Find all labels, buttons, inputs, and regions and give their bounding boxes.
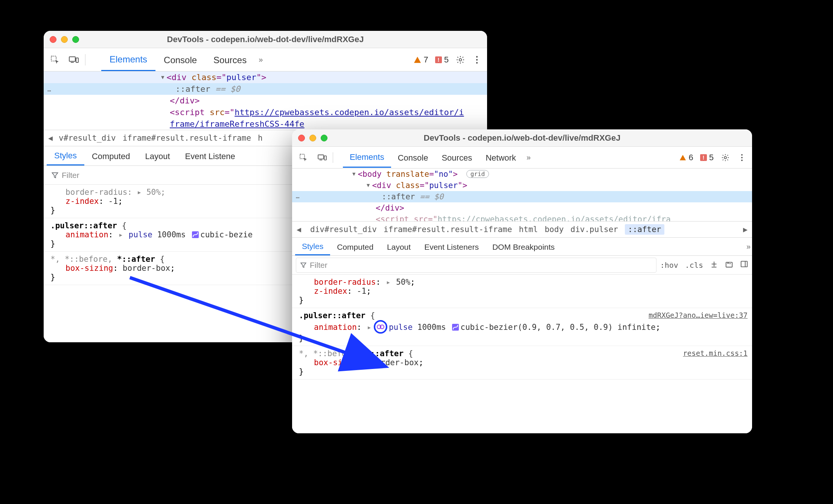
subtab-layout[interactable]: Layout — [137, 147, 177, 165]
tab-console[interactable]: Console — [155, 49, 205, 71]
prop-name: z-index — [314, 287, 347, 296]
dom-node-div-open[interactable]: ▼<div class="pulser"> — [292, 180, 752, 191]
dom-tree[interactable]: ▼<body translate="no"> grid ▼<div class=… — [292, 169, 752, 221]
animation-editor-icon[interactable] — [374, 320, 387, 334]
style-decl[interactable]: box-sizing: border-box; — [299, 358, 746, 367]
titlebar[interactable]: DevTools - codepen.io/web-dot-dev/live/m… — [44, 31, 487, 48]
tab-console[interactable]: Console — [391, 148, 435, 167]
dom-node-after-pseudo[interactable]: ::after == $0 — [292, 191, 752, 202]
dom-node-script-cropped[interactable]: <script src="https://cpwebassets.codepen… — [292, 214, 752, 221]
filter-input[interactable]: Filter — [296, 258, 656, 273]
svg-rect-1 — [69, 57, 75, 61]
new-rule-icon[interactable] — [710, 260, 718, 270]
dom-node-div-close[interactable]: </div> — [292, 202, 752, 214]
dom-node-body[interactable]: ▼<body translate="no"> grid — [292, 169, 752, 180]
inspect-icon[interactable] — [297, 152, 309, 163]
tab-elements[interactable]: Elements — [343, 147, 391, 168]
bezier-swatch-icon[interactable] — [452, 324, 459, 331]
dom-node-script[interactable]: <script src="https://cpwebassets.codepen… — [44, 106, 487, 118]
breadcrumb-item[interactable]: v#result_div — [59, 134, 116, 143]
expander-icon[interactable]: ▼ — [161, 74, 164, 80]
zoom-icon[interactable] — [321, 135, 327, 141]
breadcrumb-item[interactable]: html — [519, 225, 538, 234]
subtab-computed[interactable]: Computed — [330, 238, 380, 255]
style-decl[interactable]: z-index: -1; — [299, 287, 746, 296]
subtabs-overflow-icon[interactable]: » — [746, 242, 749, 251]
subtab-event-listeners[interactable]: Event Listeners — [417, 238, 486, 255]
main-tabs: Elements Console Sources » — [101, 48, 261, 71]
sidebar-toggle-icon[interactable] — [740, 260, 748, 270]
styles-pane[interactable]: border-radius: ▶ 50%; z-index: -1; } mdR… — [292, 275, 752, 433]
source-link[interactable]: reset.min.css:1 — [683, 349, 748, 357]
warnings-badge[interactable]: 6 — [679, 153, 693, 162]
tabs-overflow-icon[interactable]: » — [259, 55, 261, 64]
dom-node-after-pseudo[interactable]: ::after == $0 — [44, 83, 487, 95]
more-icon[interactable] — [472, 55, 482, 65]
svg-rect-11 — [324, 156, 326, 160]
script-url-line1[interactable]: https://cpwebassets.codepen.io/assets/ed… — [235, 108, 464, 117]
zoom-icon[interactable] — [72, 36, 79, 43]
expander-icon[interactable]: ▶ — [368, 325, 371, 330]
gutter-menu-icon[interactable]: … — [294, 192, 301, 200]
tab-sources[interactable]: Sources — [205, 49, 255, 71]
subtab-dom-breakpoints[interactable]: DOM Breakpoints — [486, 238, 562, 255]
breadcrumb-item[interactable]: iframe#result.result-iframe — [123, 134, 251, 143]
tabs-overflow-icon[interactable]: » — [527, 153, 529, 162]
window-title: DevTools - codepen.io/web-dot-dev/live/m… — [167, 35, 364, 44]
breadcrumb-item[interactable]: h — [258, 134, 263, 143]
breadcrumb[interactable]: ◀ div#result_div iframe#result.result-if… — [292, 221, 752, 238]
grid-badge[interactable]: grid — [466, 170, 489, 178]
breadcrumb-item-active[interactable]: ::after — [625, 224, 664, 235]
more-icon[interactable] — [737, 153, 747, 162]
expander-icon[interactable]: ▶ — [387, 279, 390, 285]
close-icon[interactable] — [50, 36, 56, 43]
close-icon[interactable] — [298, 135, 305, 141]
errors-badge[interactable]: ! 5 — [700, 153, 714, 162]
expander-icon[interactable]: ▶ — [119, 232, 122, 238]
svg-point-15 — [741, 159, 743, 161]
titlebar[interactable]: DevTools - codepen.io/web-dot-dev/live/m… — [292, 129, 752, 147]
source-link[interactable]: mdRXGeJ?ano…iew=live:37 — [649, 311, 748, 319]
errors-badge[interactable]: ! 5 — [435, 55, 449, 65]
script-url-line2[interactable]: frame/iframeRefreshCSS-44fe — [170, 119, 305, 129]
warnings-badge[interactable]: 7 — [413, 55, 428, 65]
style-decl[interactable]: border-radius: ▶ 50%; — [299, 278, 746, 287]
svg-point-13 — [741, 154, 743, 155]
breadcrumb-item[interactable]: body — [545, 225, 564, 234]
expander-icon[interactable]: ▼ — [367, 182, 370, 188]
hov-toggle[interactable]: :hov — [660, 261, 678, 270]
breadcrumb-right-icon[interactable]: ▶ — [741, 225, 750, 234]
style-selector[interactable]: *, *::before, *::after { — [299, 349, 746, 358]
style-decl-animation[interactable]: animation: ▶ pulse 1000ms cubic-bezier(0… — [299, 320, 746, 334]
dom-tree[interactable]: ▼<div class="pulser"> ::after == $0 … </… — [44, 71, 487, 130]
dom-node-div-close[interactable]: </div> — [44, 95, 487, 106]
tab-network[interactable]: Network — [479, 148, 523, 167]
minimize-icon[interactable] — [309, 135, 316, 141]
gutter-menu-icon[interactable]: … — [46, 85, 53, 94]
settings-icon[interactable] — [455, 55, 465, 65]
breadcrumb-item[interactable]: div#result_div — [310, 225, 377, 234]
breadcrumb-item[interactable]: iframe#result.result-iframe — [384, 225, 512, 234]
filter-placeholder: Filter — [62, 171, 79, 180]
settings-icon[interactable] — [720, 153, 730, 162]
device-icon[interactable] — [316, 152, 328, 163]
breadcrumb-left-icon[interactable]: ◀ — [294, 225, 303, 234]
breadcrumb-item[interactable]: div.pulser — [571, 225, 618, 234]
device-icon[interactable] — [68, 55, 80, 65]
bezier-swatch-icon[interactable] — [192, 231, 199, 238]
subtab-styles[interactable]: Styles — [47, 146, 84, 165]
minimize-icon[interactable] — [61, 36, 68, 43]
subtab-computed[interactable]: Computed — [84, 147, 138, 165]
dom-node-script-line2[interactable]: frame/iframeRefreshCSS-44fe — [44, 118, 487, 130]
subtab-styles[interactable]: Styles — [295, 238, 330, 255]
tab-elements[interactable]: Elements — [101, 48, 155, 71]
cls-toggle[interactable]: .cls — [685, 261, 703, 270]
tab-sources[interactable]: Sources — [435, 148, 479, 167]
subtab-event-listeners[interactable]: Event Listene — [178, 147, 243, 165]
computed-styles-icon[interactable] — [725, 260, 733, 270]
inspect-icon[interactable] — [49, 55, 61, 65]
breadcrumb-left-icon[interactable]: ◀ — [46, 134, 55, 143]
dom-node-div-open[interactable]: ▼<div class="pulser"> — [44, 71, 487, 83]
expander-icon[interactable]: ▼ — [352, 171, 355, 177]
subtab-layout[interactable]: Layout — [380, 238, 417, 255]
